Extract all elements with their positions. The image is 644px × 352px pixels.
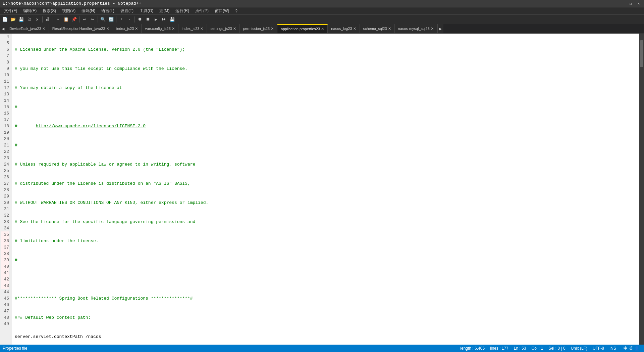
cut-button[interactable]: ✂ bbox=[54, 16, 62, 23]
tab-index-js[interactable]: index_js23 ✕ bbox=[113, 24, 142, 33]
menu-file[interactable]: 文件(F) bbox=[1, 7, 20, 14]
line-num-12: 12 bbox=[1, 85, 9, 91]
redo-button[interactable]: ↪ bbox=[89, 16, 96, 23]
line-num-48: 48 bbox=[1, 314, 9, 321]
line-num-14: 14 bbox=[1, 97, 9, 104]
print-button[interactable]: 🖨 bbox=[44, 16, 51, 23]
menu-help[interactable]: ? bbox=[232, 8, 240, 14]
status-right: length : 6,406 lines : 177 Ln : 53 Col :… bbox=[460, 345, 641, 352]
code-line-14: # limitations under the License. bbox=[15, 238, 639, 244]
line-num-28: 28 bbox=[1, 187, 9, 193]
menu-search[interactable]: 搜索(S) bbox=[40, 7, 59, 14]
line-num-11: 11 bbox=[1, 78, 9, 85]
tab-vue-config[interactable]: vue.config_js23 ✕ bbox=[142, 24, 178, 33]
line-num-41: 41 bbox=[1, 270, 9, 276]
menu-macro[interactable]: 宏(M) bbox=[157, 7, 172, 14]
tab-index-js2[interactable]: index_js23 ✕ bbox=[178, 24, 207, 33]
undo-button[interactable]: ↩ bbox=[81, 16, 88, 23]
save-all-button[interactable]: 🗂 bbox=[25, 16, 33, 23]
line-num-20: 20 bbox=[1, 136, 9, 142]
tab-settings-js[interactable]: settings_js23 ✕ bbox=[207, 24, 239, 33]
save-button[interactable]: 💾 bbox=[17, 16, 25, 23]
code-line-7: # bbox=[15, 104, 639, 110]
code-line-10: # Unless required by applicable law or a… bbox=[15, 161, 639, 168]
line-num-30: 30 bbox=[1, 200, 9, 206]
macro-stop-button[interactable]: ⏹ bbox=[144, 16, 152, 23]
menu-window[interactable]: 窗口(W) bbox=[212, 7, 232, 14]
code-line-8: # http://www.apache.org/licenses/LICENSE… bbox=[15, 123, 639, 129]
macro-play-button[interactable]: ▶ bbox=[152, 16, 160, 23]
menu-view[interactable]: 视图(V) bbox=[59, 7, 78, 14]
tab-scroll-left[interactable]: ◀ bbox=[0, 24, 6, 33]
sep3 bbox=[79, 16, 79, 23]
sep2 bbox=[53, 16, 53, 23]
zoom-in-button[interactable]: + bbox=[118, 16, 125, 23]
menu-encoding[interactable]: 编码(N) bbox=[79, 7, 98, 14]
minimize-button[interactable]: — bbox=[620, 1, 625, 6]
replace-button[interactable]: 🔄 bbox=[107, 16, 115, 23]
tab-application-properties[interactable]: application.properties23 ✕ bbox=[277, 24, 328, 33]
code-line-9: # bbox=[15, 142, 639, 148]
vertical-scrollbar[interactable] bbox=[639, 34, 644, 345]
line-num-47: 47 bbox=[1, 308, 9, 314]
ime-en: 英 bbox=[629, 346, 633, 351]
code-line-4: # Licensed under the Apache License, Ver… bbox=[15, 46, 639, 53]
status-sel: Sel : 0 | 0 bbox=[548, 346, 565, 351]
line-num-38: 38 bbox=[1, 251, 9, 257]
status-ins: INS bbox=[609, 346, 616, 351]
line-num-4: 4 bbox=[1, 34, 9, 40]
macro-save-button[interactable]: 💾 bbox=[168, 16, 176, 23]
line-num-42: 42 bbox=[1, 276, 9, 282]
copy-button[interactable]: 📋 bbox=[62, 16, 70, 23]
ime-user-icon: 👤 bbox=[634, 346, 639, 351]
line-num-29: 29 bbox=[1, 193, 9, 200]
tab-devicetask[interactable]: DeviceTask_java23 ✕ bbox=[6, 24, 49, 33]
zoom-out-button[interactable]: - bbox=[126, 16, 133, 23]
line-numbers: 4 5 6 7 8 9 10 11 12 13 14 15 16 17 18 1… bbox=[0, 34, 12, 345]
ime-zh: 中 bbox=[624, 346, 628, 351]
title-text: E:\note\nacos\conf\application.propertie… bbox=[3, 1, 141, 6]
line-num-40: 40 bbox=[1, 263, 9, 270]
macro-fast-forward-button[interactable]: ⏭ bbox=[160, 16, 168, 23]
close-button[interactable]: ✕ bbox=[636, 1, 641, 6]
title-bar: E:\note\nacos\conf\application.propertie… bbox=[0, 0, 644, 7]
scrollbar-thumb[interactable] bbox=[640, 40, 643, 67]
code-line-19: server.servlet.contextPath=/nacos bbox=[15, 334, 639, 340]
line-num-49: 49 bbox=[1, 321, 9, 327]
tab-scroll-right[interactable]: ▶ bbox=[437, 24, 443, 33]
code-line-11: # distributed under the License is distr… bbox=[15, 180, 639, 187]
close-button-toolbar[interactable]: ✕ bbox=[34, 16, 41, 23]
tab-nacos-log[interactable]: nacos_log23 ✕ bbox=[328, 24, 360, 33]
line-num-19: 19 bbox=[1, 129, 9, 136]
restore-button[interactable]: ❐ bbox=[628, 1, 633, 6]
code-line-18: ### Default web context path: bbox=[15, 314, 639, 321]
menu-edit[interactable]: 编辑(E) bbox=[20, 7, 39, 14]
menu-tools[interactable]: 工具(O) bbox=[137, 7, 156, 14]
line-num-39: 39 bbox=[1, 257, 9, 263]
menu-plugins[interactable]: 插件(P) bbox=[193, 7, 211, 14]
menu-settings[interactable]: 设置(T) bbox=[118, 7, 136, 14]
menu-run[interactable]: 运行(R) bbox=[173, 7, 192, 14]
line-num-7: 7 bbox=[1, 53, 9, 59]
macro-record-button[interactable]: ⏺ bbox=[136, 16, 144, 23]
paste-button[interactable]: 📌 bbox=[70, 16, 78, 23]
ime-indicator: 中 英 👤 bbox=[622, 345, 641, 352]
code-line-17: #*************** Spring Boot Related Con… bbox=[15, 295, 639, 302]
new-button[interactable]: 📄 bbox=[1, 16, 9, 23]
line-num-36: 36 bbox=[1, 238, 9, 244]
code-line-13: # See the License for the specific langu… bbox=[15, 219, 639, 225]
find-button[interactable]: 🔍 bbox=[99, 16, 107, 23]
status-left: Properties file bbox=[3, 346, 27, 351]
code-content[interactable]: # Licensed under the Apache License, Ver… bbox=[12, 34, 639, 345]
line-num-9: 9 bbox=[1, 65, 9, 72]
menu-language[interactable]: 语言(L) bbox=[99, 7, 117, 14]
tab-permission-js[interactable]: permission_js23 ✕ bbox=[240, 24, 278, 33]
open-button[interactable]: 📂 bbox=[9, 16, 17, 23]
status-eol: Unix (LF) bbox=[571, 346, 587, 351]
tab-nacos-mysql-sql[interactable]: nacos-mysql_sql23 ✕ bbox=[395, 24, 437, 33]
status-encoding: UTF-8 bbox=[593, 346, 604, 351]
tab-schema-sql[interactable]: schema_sql23 ✕ bbox=[360, 24, 395, 33]
line-num-33: 33 bbox=[1, 219, 9, 225]
line-num-27: 27 bbox=[1, 180, 9, 187]
tab-resultreceptionhandler[interactable]: ResultReceptionHandler_java23 ✕ bbox=[49, 24, 113, 33]
